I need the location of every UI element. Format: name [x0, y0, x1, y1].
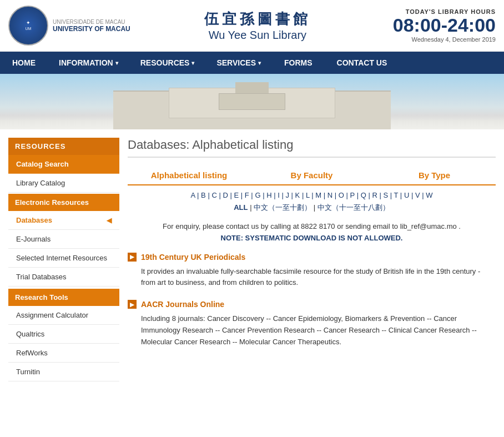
library-chinese-title: 伍宜孫圖書館: [130, 9, 385, 29]
banner: [0, 74, 504, 129]
sidebar-item-qualtrics[interactable]: Qualtrics: [8, 325, 119, 344]
resources-arrow-icon: ▾: [191, 60, 194, 66]
enquiry-notice: For enquiry, please contact us by callin…: [128, 221, 496, 244]
sidebar-research-tools-header: Research Tools: [8, 289, 119, 306]
alpha-s[interactable]: S: [383, 191, 388, 199]
alpha-e[interactable]: E: [234, 191, 239, 199]
services-arrow-icon: ▾: [258, 60, 261, 66]
alpha-i[interactable]: I: [278, 191, 280, 199]
db-icon-0: ▶: [128, 253, 137, 262]
alpha-o[interactable]: O: [339, 191, 344, 199]
tab-alphabetical[interactable]: Alphabetical listing: [128, 166, 250, 184]
db-desc-1: Including 8 journals: Cancer Discovery -…: [128, 313, 496, 348]
alpha-u[interactable]: U: [404, 191, 409, 199]
sidebar-item-trial-databases[interactable]: Trial Databases: [8, 268, 119, 287]
sidebar-electronic-resources-header: Electronic Resources: [8, 194, 119, 211]
hours-time: 08:00-24:00: [385, 15, 496, 36]
nav-item-contact[interactable]: CONTACT US: [325, 52, 400, 74]
university-name: UNIVERSIDADE DE MACAU UNIVERSITY OF MACA…: [53, 19, 130, 33]
nav-bar: HOME INFORMATION ▾ RESOURCES ▾ SERVICES …: [0, 52, 504, 74]
alpha-nav-extra: ALL | 中文（一至十劃） | 中文（十一至十八劃）: [128, 203, 496, 213]
alpha-v[interactable]: V: [415, 191, 420, 199]
alpha-f[interactable]: F: [245, 191, 249, 199]
content-area: Databases: Alphabetical listing Alphabet…: [128, 138, 496, 399]
listing-tabs: Alphabetical listing By Faculty By Type: [128, 166, 496, 185]
nav-item-home[interactable]: HOME: [0, 52, 48, 74]
tab-by-faculty[interactable]: By Faculty: [250, 166, 373, 184]
sidebar-item-ejournals[interactable]: E-Journals: [8, 230, 119, 249]
databases-arrow-icon: ◀: [107, 217, 112, 224]
nav-item-information[interactable]: INFORMATION ▾: [48, 52, 129, 74]
hours-date: Wednesday 4, December 2019: [385, 36, 496, 43]
university-logo: ✦ UM: [8, 6, 48, 46]
library-title: 伍宜孫圖書館 Wu Yee Sun Library: [130, 9, 385, 42]
sidebar-resources-header: RESOURCES: [8, 138, 119, 155]
alpha-n[interactable]: N: [327, 191, 332, 199]
alpha-t[interactable]: T: [394, 191, 399, 199]
alpha-g[interactable]: G: [255, 191, 260, 199]
nav-item-resources[interactable]: RESOURCES ▾: [129, 52, 206, 74]
logo-area: ✦ UM UNIVERSIDADE DE MACAU UNIVERSITY OF…: [8, 6, 130, 46]
alpha-h[interactable]: H: [266, 191, 271, 199]
library-english-title: Wu Yee Sun Library: [130, 29, 385, 42]
info-arrow-icon: ▾: [115, 60, 118, 66]
alpha-w[interactable]: W: [426, 191, 432, 199]
sidebar-item-assignment-calculator[interactable]: Assignment Calculator: [8, 306, 119, 325]
database-entry-1: ▶ AACR Journals Online Including 8 journ…: [128, 300, 496, 348]
sidebar: RESOURCES Catalog Search Library Catalog…: [8, 138, 119, 399]
sidebar-item-turnitin[interactable]: Turnitin: [8, 363, 119, 381]
db-desc-0: It provides an invaluable fully-searchab…: [128, 266, 496, 289]
db-title-row-1: ▶ AACR Journals Online: [128, 300, 496, 309]
sidebar-item-library-catalog[interactable]: Library Catalog: [8, 174, 119, 193]
db-title-0[interactable]: 19th Century UK Periodicals: [141, 253, 245, 262]
sidebar-item-selected-internet[interactable]: Selected Internet Resources: [8, 249, 119, 268]
sidebar-item-catalog-search[interactable]: Catalog Search: [8, 155, 119, 174]
alpha-c[interactable]: C: [211, 191, 216, 199]
page-title: Databases: Alphabetical listing: [128, 138, 496, 158]
alpha-m[interactable]: M: [315, 191, 321, 199]
sidebar-item-databases[interactable]: Databases ◀: [8, 211, 119, 230]
sidebar-item-refworks[interactable]: RefWorks: [8, 344, 119, 363]
db-icon-1: ▶: [128, 300, 137, 309]
nav-item-services[interactable]: SERVICES ▾: [205, 52, 272, 74]
alpha-d[interactable]: D: [223, 191, 228, 199]
alpha-r[interactable]: R: [372, 191, 377, 199]
hours-area: TODAY'S LIBRARY HOURS 08:00-24:00 Wednes…: [385, 8, 496, 42]
alpha-l[interactable]: L: [306, 191, 310, 199]
database-entry-0: ▶ 19th Century UK Periodicals It provide…: [128, 253, 496, 289]
alpha-p[interactable]: P: [350, 191, 355, 199]
alpha-k[interactable]: K: [295, 191, 300, 199]
alpha-chinese2[interactable]: 中文（十一至十八劃）: [317, 203, 390, 212]
alpha-a[interactable]: A: [190, 191, 195, 199]
db-title-1[interactable]: AACR Journals Online: [141, 300, 224, 309]
db-title-row-0: ▶ 19th Century UK Periodicals: [128, 253, 496, 262]
main-layout: RESOURCES Catalog Search Library Catalog…: [0, 129, 504, 407]
alpha-all[interactable]: ALL: [234, 203, 248, 212]
tab-by-type[interactable]: By Type: [373, 166, 496, 184]
alpha-j[interactable]: J: [285, 191, 289, 199]
alpha-b[interactable]: B: [201, 191, 206, 199]
nav-item-forms[interactable]: FORMS: [272, 52, 325, 74]
warning-notice: NOTE: SYSTEMATIC DOWNLOAD IS NOT ALLOWED…: [128, 233, 496, 244]
alpha-q[interactable]: Q: [361, 191, 366, 199]
alpha-chinese1[interactable]: 中文（一至十劃）: [254, 203, 311, 212]
header: ✦ UM UNIVERSIDADE DE MACAU UNIVERSITY OF…: [0, 0, 504, 52]
alpha-nav: A | B | C | D | E | F | G | H | I | J | …: [128, 191, 496, 199]
